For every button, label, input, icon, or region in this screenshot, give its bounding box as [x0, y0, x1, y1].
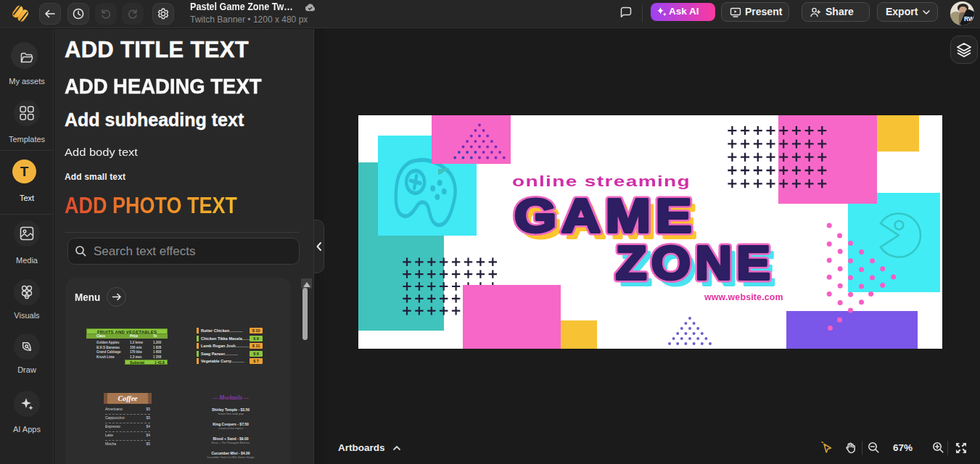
- svg-text:GAME: GAME: [514, 189, 696, 241]
- svg-text:ZONE: ZONE: [616, 236, 775, 289]
